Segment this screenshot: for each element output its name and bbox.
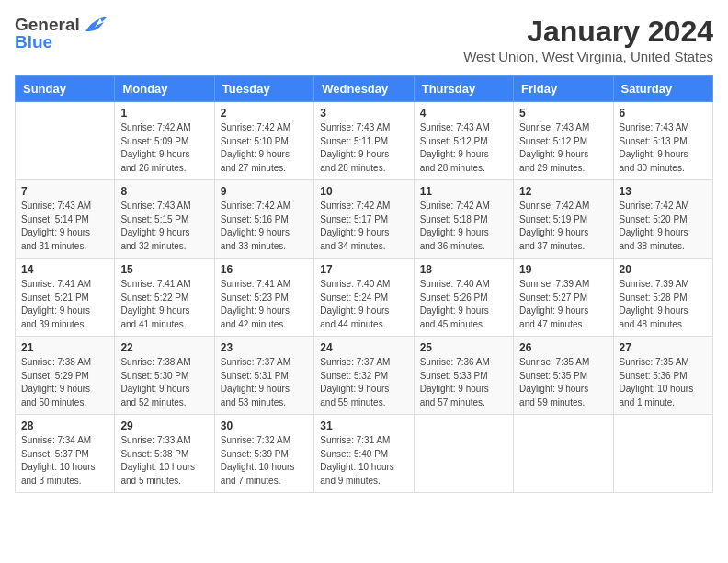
calendar-cell — [414, 415, 513, 493]
day-number: 25 — [420, 341, 507, 354]
day-number: 29 — [120, 419, 208, 432]
day-info: Sunrise: 7:40 AMSunset: 5:24 PMDaylight:… — [320, 278, 407, 331]
day-info: Sunrise: 7:41 AMSunset: 5:22 PMDaylight:… — [120, 278, 208, 331]
calendar-cell: 28Sunrise: 7:34 AMSunset: 5:37 PMDayligh… — [16, 415, 115, 493]
day-number: 31 — [320, 419, 407, 432]
day-number: 23 — [221, 341, 308, 354]
day-number: 10 — [320, 185, 407, 198]
day-number: 6 — [620, 107, 707, 120]
calendar-cell: 25Sunrise: 7:36 AMSunset: 5:33 PMDayligh… — [414, 337, 513, 415]
day-number: 7 — [21, 185, 108, 198]
day-info: Sunrise: 7:42 AMSunset: 5:10 PMDaylight:… — [221, 121, 308, 175]
day-of-week-header: Tuesday — [214, 76, 313, 102]
day-number: 9 — [221, 185, 308, 198]
month-title: January 2024 — [463, 15, 713, 49]
calendar-cell: 24Sunrise: 7:37 AMSunset: 5:32 PMDayligh… — [314, 337, 414, 415]
day-info: Sunrise: 7:42 AMSunset: 5:18 PMDaylight:… — [420, 200, 507, 253]
calendar-cell: 3Sunrise: 7:43 AMSunset: 5:11 PMDaylight… — [314, 102, 414, 180]
calendar-cell: 20Sunrise: 7:39 AMSunset: 5:28 PMDayligh… — [613, 259, 712, 337]
calendar-cell: 23Sunrise: 7:37 AMSunset: 5:31 PMDayligh… — [214, 337, 313, 415]
day-info: Sunrise: 7:42 AMSunset: 5:17 PMDaylight:… — [320, 200, 407, 253]
day-info: Sunrise: 7:43 AMSunset: 5:11 PMDaylight:… — [320, 121, 407, 175]
day-info: Sunrise: 7:41 AMSunset: 5:21 PMDaylight:… — [21, 278, 108, 331]
calendar-cell: 30Sunrise: 7:32 AMSunset: 5:39 PMDayligh… — [214, 415, 313, 493]
day-info: Sunrise: 7:43 AMSunset: 5:13 PMDaylight:… — [620, 121, 707, 175]
day-number: 17 — [320, 263, 407, 276]
day-of-week-header: Friday — [514, 76, 613, 102]
day-number: 18 — [420, 263, 507, 276]
day-number: 12 — [519, 185, 607, 198]
calendar-cell: 8Sunrise: 7:43 AMSunset: 5:15 PMDaylight… — [115, 180, 214, 259]
calendar-cell: 17Sunrise: 7:40 AMSunset: 5:24 PMDayligh… — [314, 259, 414, 337]
calendar-cell: 31Sunrise: 7:31 AMSunset: 5:40 PMDayligh… — [314, 415, 414, 493]
calendar-table: SundayMondayTuesdayWednesdayThursdayFrid… — [15, 75, 713, 493]
day-of-week-header: Sunday — [16, 76, 115, 102]
day-number: 21 — [21, 341, 108, 354]
day-info: Sunrise: 7:43 AMSunset: 5:15 PMDaylight:… — [120, 200, 208, 253]
day-number: 20 — [620, 263, 707, 276]
day-info: Sunrise: 7:31 AMSunset: 5:40 PMDaylight:… — [320, 434, 407, 488]
calendar-cell: 7Sunrise: 7:43 AMSunset: 5:14 PMDaylight… — [16, 180, 115, 259]
day-number: 26 — [519, 341, 607, 354]
day-info: Sunrise: 7:38 AMSunset: 5:30 PMDaylight:… — [120, 356, 208, 409]
calendar-cell: 18Sunrise: 7:40 AMSunset: 5:26 PMDayligh… — [414, 259, 513, 337]
calendar-cell: 11Sunrise: 7:42 AMSunset: 5:18 PMDayligh… — [414, 180, 513, 259]
day-number: 19 — [519, 263, 607, 276]
day-of-week-header: Thursday — [414, 76, 513, 102]
day-number: 3 — [320, 107, 407, 120]
calendar-cell: 9Sunrise: 7:42 AMSunset: 5:16 PMDaylight… — [214, 180, 313, 259]
calendar-cell: 26Sunrise: 7:35 AMSunset: 5:35 PMDayligh… — [514, 337, 613, 415]
calendar-week-row: 1Sunrise: 7:42 AMSunset: 5:09 PMDaylight… — [16, 102, 713, 180]
calendar-cell: 15Sunrise: 7:41 AMSunset: 5:22 PMDayligh… — [115, 259, 214, 337]
calendar-header-row: SundayMondayTuesdayWednesdayThursdayFrid… — [16, 76, 713, 102]
title-area: January 2024 West Union, West Virginia, … — [463, 15, 713, 64]
day-info: Sunrise: 7:42 AMSunset: 5:19 PMDaylight:… — [519, 200, 607, 253]
calendar-cell: 16Sunrise: 7:41 AMSunset: 5:23 PMDayligh… — [214, 259, 313, 337]
day-info: Sunrise: 7:43 AMSunset: 5:14 PMDaylight:… — [21, 200, 108, 253]
day-number: 22 — [120, 341, 208, 354]
calendar-cell: 22Sunrise: 7:38 AMSunset: 5:30 PMDayligh… — [115, 337, 214, 415]
calendar-cell: 27Sunrise: 7:35 AMSunset: 5:36 PMDayligh… — [613, 337, 712, 415]
logo-blue-text: Blue — [15, 33, 52, 51]
calendar-cell: 5Sunrise: 7:43 AMSunset: 5:12 PMDaylight… — [514, 102, 613, 180]
day-info: Sunrise: 7:36 AMSunset: 5:33 PMDaylight:… — [420, 356, 507, 409]
day-number: 16 — [221, 263, 308, 276]
calendar-cell — [16, 102, 115, 180]
calendar-cell: 2Sunrise: 7:42 AMSunset: 5:10 PMDaylight… — [214, 102, 313, 180]
day-info: Sunrise: 7:39 AMSunset: 5:27 PMDaylight:… — [519, 278, 607, 331]
day-info: Sunrise: 7:42 AMSunset: 5:16 PMDaylight:… — [221, 200, 308, 253]
day-of-week-header: Saturday — [613, 76, 712, 102]
day-info: Sunrise: 7:40 AMSunset: 5:26 PMDaylight:… — [420, 278, 507, 331]
day-info: Sunrise: 7:33 AMSunset: 5:38 PMDaylight:… — [120, 434, 208, 488]
day-number: 14 — [21, 263, 108, 276]
calendar-cell: 29Sunrise: 7:33 AMSunset: 5:38 PMDayligh… — [115, 415, 214, 493]
calendar-cell: 14Sunrise: 7:41 AMSunset: 5:21 PMDayligh… — [16, 259, 115, 337]
calendar-week-row: 21Sunrise: 7:38 AMSunset: 5:29 PMDayligh… — [16, 337, 713, 415]
calendar-cell: 13Sunrise: 7:42 AMSunset: 5:20 PMDayligh… — [613, 180, 712, 259]
day-number: 1 — [120, 107, 208, 120]
calendar-week-row: 14Sunrise: 7:41 AMSunset: 5:21 PMDayligh… — [16, 259, 713, 337]
day-number: 13 — [620, 185, 707, 198]
day-info: Sunrise: 7:38 AMSunset: 5:29 PMDaylight:… — [21, 356, 108, 409]
day-number: 30 — [221, 419, 308, 432]
day-info: Sunrise: 7:43 AMSunset: 5:12 PMDaylight:… — [420, 121, 507, 175]
day-number: 8 — [120, 185, 208, 198]
day-info: Sunrise: 7:35 AMSunset: 5:36 PMDaylight:… — [620, 356, 707, 409]
day-info: Sunrise: 7:43 AMSunset: 5:12 PMDaylight:… — [519, 121, 607, 175]
day-info: Sunrise: 7:42 AMSunset: 5:09 PMDaylight:… — [120, 121, 208, 175]
day-info: Sunrise: 7:32 AMSunset: 5:39 PMDaylight:… — [221, 434, 308, 488]
day-number: 27 — [620, 341, 707, 354]
location-text: West Union, West Virginia, United States — [463, 49, 713, 64]
calendar-cell — [514, 415, 613, 493]
calendar-week-row: 28Sunrise: 7:34 AMSunset: 5:37 PMDayligh… — [16, 415, 713, 493]
calendar-cell — [613, 415, 712, 493]
day-info: Sunrise: 7:37 AMSunset: 5:31 PMDaylight:… — [221, 356, 308, 409]
logo-bird-icon — [82, 15, 108, 35]
day-number: 11 — [420, 185, 507, 198]
day-info: Sunrise: 7:41 AMSunset: 5:23 PMDaylight:… — [221, 278, 308, 331]
day-number: 4 — [420, 107, 507, 120]
calendar-cell: 12Sunrise: 7:42 AMSunset: 5:19 PMDayligh… — [514, 180, 613, 259]
page-header: General Blue January 2024 West Union, We… — [15, 15, 713, 64]
day-number: 15 — [120, 263, 208, 276]
calendar-cell: 6Sunrise: 7:43 AMSunset: 5:13 PMDaylight… — [613, 102, 712, 180]
